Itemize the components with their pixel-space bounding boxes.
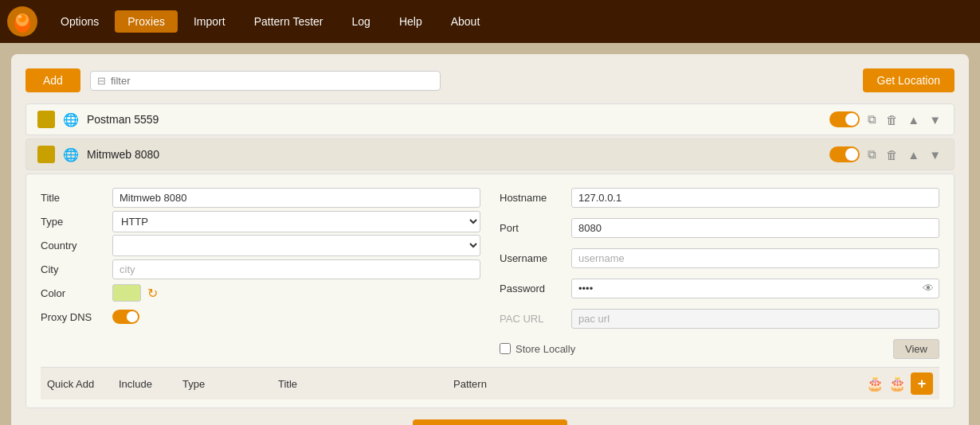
svg-point-4 — [18, 15, 22, 18]
store-locally-label: Store Locally — [515, 343, 575, 355]
proxy-delete-mitmweb[interactable]: 🗑 — [884, 146, 900, 163]
port-input[interactable] — [571, 218, 939, 238]
view-button[interactable]: View — [893, 339, 939, 359]
username-label: Username — [500, 252, 563, 264]
pac-url-label: PAC URL — [500, 313, 563, 325]
proxy-copy-mitmweb[interactable]: ⧉ — [866, 146, 878, 163]
proxy-row-mitmweb[interactable]: 🌐 Mitmweb 8080 ⧉ 🗑 ▲ ▼ — [25, 138, 955, 170]
get-location-button[interactable]: Get Location — [863, 68, 955, 92]
title-row: Title — [41, 185, 480, 209]
filter-input[interactable] — [111, 75, 433, 87]
proxy-toggle-mitmweb[interactable] — [829, 146, 860, 162]
hostname-input[interactable] — [571, 188, 939, 208]
nav-help[interactable]: Help — [386, 10, 435, 33]
type-row: Type HTTP HTTPS SOCKS4 SOCKS5 — [41, 209, 480, 233]
cake-icon-1[interactable]: 🎂 — [866, 375, 884, 392]
password-visibility-toggle[interactable]: 👁 — [918, 282, 939, 294]
password-label: Password — [500, 283, 563, 294]
color-swatch[interactable] — [112, 284, 141, 302]
nav-log[interactable]: Log — [339, 10, 383, 33]
city-row: City — [41, 257, 480, 281]
port-row: Port — [500, 216, 939, 240]
table-actions: 🎂 🎂 + — [866, 372, 933, 395]
password-input[interactable] — [572, 279, 918, 298]
city-label: City — [41, 263, 104, 275]
left-col: Title Type HTTP HTTPS SOCKS4 SOCKS5 Coun… — [41, 185, 480, 361]
pac-url-input[interactable] — [571, 309, 939, 329]
color-row: Color ↻ — [41, 281, 480, 305]
save-button[interactable]: Save — [413, 419, 567, 425]
proxy-color-mitmweb — [37, 146, 55, 163]
title-label: Title — [41, 192, 104, 204]
col-pattern: Pattern — [453, 378, 866, 390]
pac-url-row: PAC URL — [500, 306, 939, 330]
type-select[interactable]: HTTP HTTPS SOCKS4 SOCKS5 — [112, 211, 480, 232]
proxy-actions-postman: ⧉ 🗑 ▲ ▼ — [829, 111, 943, 128]
col-quick-add: Quick Add — [47, 378, 119, 390]
proxy-down-postman[interactable]: ▼ — [927, 111, 943, 128]
proxy-globe-postman: 🌐 — [63, 112, 79, 127]
nav-about[interactable]: About — [438, 10, 493, 33]
nav-options[interactable]: Options — [48, 10, 112, 33]
proxy-delete-postman[interactable]: 🗑 — [884, 111, 900, 128]
add-pattern-button[interactable]: + — [911, 372, 933, 395]
proxy-up-postman[interactable]: ▲ — [906, 111, 921, 128]
proxy-name-postman: Postman 5559 — [87, 113, 821, 126]
proxy-toggle-postman[interactable] — [829, 111, 860, 127]
proxy-copy-postman[interactable]: ⧉ — [866, 111, 878, 128]
type-label: Type — [41, 216, 104, 228]
col-include: Include — [119, 378, 182, 390]
add-button[interactable]: Add — [25, 68, 80, 92]
username-input[interactable] — [571, 248, 939, 268]
country-label: Country — [41, 240, 104, 251]
title-input[interactable] — [112, 188, 480, 208]
store-locally-row: Store Locally View — [500, 337, 939, 361]
username-row: Username — [500, 246, 939, 270]
proxy-globe-mitmweb: 🌐 — [63, 147, 79, 162]
country-select[interactable] — [112, 235, 480, 256]
password-input-wrap: 👁 — [571, 279, 939, 298]
color-label: Color — [41, 287, 104, 299]
toolbar: Add ⊟ Get Location — [25, 68, 955, 92]
col-title: Title — [278, 378, 453, 390]
hostname-row: Hostname — [500, 185, 939, 209]
proxy-up-mitmweb[interactable]: ▲ — [906, 146, 921, 163]
cake-icon-2[interactable]: 🎂 — [888, 375, 906, 392]
nav-import[interactable]: Import — [181, 10, 238, 33]
proxy-name-mitmweb: Mitmweb 8080 — [87, 148, 821, 161]
hostname-label: Hostname — [500, 192, 563, 204]
proxy-actions-mitmweb: ⧉ 🗑 ▲ ▼ — [829, 146, 943, 163]
navbar: Options Proxies Import Pattern Tester Lo… — [0, 0, 980, 43]
port-label: Port — [500, 222, 563, 234]
proxy-dns-label: Proxy DNS — [41, 311, 104, 323]
proxy-color-postman — [37, 111, 55, 128]
city-input[interactable] — [112, 259, 480, 279]
table-header: Quick Add Include Type Title Pattern 🎂 🎂… — [41, 367, 939, 400]
edit-form: Title Type HTTP HTTPS SOCKS4 SOCKS5 Coun… — [25, 174, 955, 408]
proxy-dns-row: Proxy DNS — [41, 310, 480, 324]
refresh-color-button[interactable]: ↻ — [147, 286, 158, 301]
save-wrap: Save — [25, 419, 955, 425]
nav-pattern-tester[interactable]: Pattern Tester — [241, 10, 336, 33]
nav-proxies[interactable]: Proxies — [115, 10, 178, 33]
app-logo — [6, 6, 38, 37]
filter-wrap: ⊟ — [90, 71, 441, 91]
store-locally-checkbox[interactable] — [500, 343, 511, 354]
right-col: Hostname Port Username Password 👁 — [500, 185, 939, 361]
col-type: Type — [182, 378, 278, 390]
proxy-down-mitmweb[interactable]: ▼ — [927, 146, 943, 163]
country-row: Country — [41, 233, 480, 257]
store-locally-wrap: Store Locally — [500, 343, 575, 355]
form-grid: Title Type HTTP HTTPS SOCKS4 SOCKS5 Coun… — [41, 185, 939, 361]
proxy-row-postman[interactable]: 🌐 Postman 5559 ⧉ 🗑 ▲ ▼ — [25, 103, 955, 135]
main-card: Add ⊟ Get Location 🌐 Postman 5559 ⧉ 🗑 ▲ … — [11, 54, 969, 425]
password-row: Password 👁 — [500, 276, 939, 300]
filter-icon: ⊟ — [97, 75, 106, 87]
proxy-dns-toggle[interactable] — [112, 310, 139, 324]
color-picker-wrap: ↻ — [112, 284, 158, 302]
